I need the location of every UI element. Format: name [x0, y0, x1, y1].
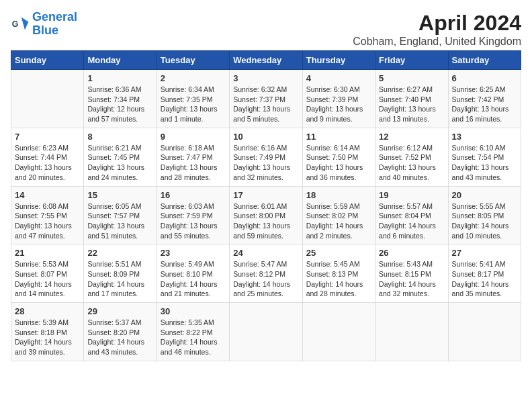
calendar-cell: 2Sunrise: 6:34 AMSunset: 7:35 PMDaylight… — [157, 70, 229, 128]
cell-info: Sunrise: 6:25 AMSunset: 7:42 PMDaylight:… — [452, 85, 517, 124]
day-number: 10 — [233, 132, 298, 142]
day-number: 3 — [233, 73, 298, 83]
svg-marker-1 — [21, 17, 29, 30]
calendar-cell: 7Sunrise: 6:23 AMSunset: 7:44 PMDaylight… — [11, 128, 84, 186]
calendar-cell — [230, 303, 302, 361]
day-number: 5 — [379, 73, 444, 83]
calendar-cell: 4Sunrise: 6:30 AMSunset: 7:39 PMDaylight… — [302, 70, 375, 128]
header-saturday: Saturday — [448, 51, 521, 70]
day-number: 6 — [452, 73, 517, 83]
calendar-cell: 18Sunrise: 5:59 AMSunset: 8:02 PMDayligh… — [302, 186, 375, 244]
cell-info: Sunrise: 6:34 AMSunset: 7:35 PMDaylight:… — [161, 85, 226, 124]
cell-info: Sunrise: 5:41 AMSunset: 8:17 PMDaylight:… — [452, 259, 517, 299]
cell-info: Sunrise: 5:53 AMSunset: 8:07 PMDaylight:… — [15, 259, 80, 299]
calendar-cell: 21Sunrise: 5:53 AMSunset: 8:07 PMDayligh… — [11, 244, 84, 303]
day-number: 11 — [306, 132, 371, 142]
title-block: April 2024 Cobham, England, United Kingd… — [353, 11, 521, 48]
cell-info: Sunrise: 5:57 AMSunset: 8:04 PMDaylight:… — [379, 201, 444, 241]
calendar-cell — [11, 70, 84, 128]
calendar-cell: 22Sunrise: 5:51 AMSunset: 8:09 PMDayligh… — [84, 244, 157, 303]
day-number: 28 — [15, 306, 80, 316]
calendar-week-3: 21Sunrise: 5:53 AMSunset: 8:07 PMDayligh… — [11, 244, 521, 303]
calendar-cell: 17Sunrise: 6:01 AMSunset: 8:00 PMDayligh… — [230, 186, 302, 244]
calendar-table: SundayMondayTuesdayWednesdayThursdayFrid… — [11, 50, 521, 361]
calendar-cell: 26Sunrise: 5:43 AMSunset: 8:15 PMDayligh… — [375, 244, 448, 303]
header-thursday: Thursday — [302, 51, 375, 70]
cell-info: Sunrise: 5:51 AMSunset: 8:09 PMDaylight:… — [87, 259, 152, 299]
day-number: 16 — [161, 190, 226, 200]
svg-text:G: G — [12, 19, 19, 28]
calendar-header-row: SundayMondayTuesdayWednesdayThursdayFrid… — [11, 51, 521, 70]
calendar-cell: 5Sunrise: 6:27 AMSunset: 7:40 PMDaylight… — [375, 70, 448, 128]
calendar-cell: 6Sunrise: 6:25 AMSunset: 7:42 PMDaylight… — [448, 70, 521, 128]
cell-info: Sunrise: 6:27 AMSunset: 7:40 PMDaylight:… — [379, 85, 444, 124]
day-number: 12 — [379, 132, 444, 142]
day-number: 27 — [452, 248, 517, 258]
cell-info: Sunrise: 5:43 AMSunset: 8:15 PMDaylight:… — [379, 259, 444, 299]
day-number: 20 — [452, 190, 517, 200]
cell-info: Sunrise: 6:23 AMSunset: 7:44 PMDaylight:… — [15, 143, 80, 183]
cell-info: Sunrise: 6:08 AMSunset: 7:55 PMDaylight:… — [15, 201, 80, 241]
page-header: G General Blue April 2024 Cobham, Englan… — [11, 11, 521, 48]
day-number: 21 — [15, 248, 80, 258]
cell-info: Sunrise: 6:01 AMSunset: 8:00 PMDaylight:… — [233, 201, 298, 241]
cell-info: Sunrise: 5:55 AMSunset: 8:05 PMDaylight:… — [452, 201, 517, 241]
day-number: 25 — [306, 248, 371, 258]
cell-info: Sunrise: 6:36 AMSunset: 7:34 PMDaylight:… — [87, 85, 152, 124]
calendar-cell: 10Sunrise: 6:16 AMSunset: 7:49 PMDayligh… — [230, 128, 302, 186]
cell-info: Sunrise: 6:21 AMSunset: 7:45 PMDaylight:… — [87, 143, 152, 183]
calendar-cell: 14Sunrise: 6:08 AMSunset: 7:55 PMDayligh… — [11, 186, 84, 244]
day-number: 14 — [15, 190, 80, 200]
day-number: 7 — [15, 132, 80, 142]
day-number: 9 — [161, 132, 226, 142]
calendar-week-1: 7Sunrise: 6:23 AMSunset: 7:44 PMDaylight… — [11, 128, 521, 186]
cell-info: Sunrise: 6:10 AMSunset: 7:54 PMDaylight:… — [452, 143, 517, 183]
cell-info: Sunrise: 5:39 AMSunset: 8:18 PMDaylight:… — [15, 318, 80, 357]
calendar-cell: 1Sunrise: 6:36 AMSunset: 7:34 PMDaylight… — [84, 70, 157, 128]
calendar-cell — [448, 303, 521, 361]
day-number: 30 — [161, 306, 226, 316]
header-sunday: Sunday — [11, 51, 84, 70]
calendar-cell: 19Sunrise: 5:57 AMSunset: 8:04 PMDayligh… — [375, 186, 448, 244]
day-number: 2 — [161, 73, 226, 83]
day-number: 1 — [87, 73, 152, 83]
header-monday: Monday — [84, 51, 157, 70]
calendar-cell: 15Sunrise: 6:05 AMSunset: 7:57 PMDayligh… — [84, 186, 157, 244]
calendar-cell: 16Sunrise: 6:03 AMSunset: 7:59 PMDayligh… — [157, 186, 229, 244]
day-number: 22 — [87, 248, 152, 258]
cell-info: Sunrise: 5:37 AMSunset: 8:20 PMDaylight:… — [87, 318, 152, 357]
day-number: 19 — [379, 190, 444, 200]
day-number: 23 — [161, 248, 226, 258]
day-number: 8 — [87, 132, 152, 142]
subtitle: Cobham, England, United Kingdom — [353, 36, 521, 48]
cell-info: Sunrise: 5:49 AMSunset: 8:10 PMDaylight:… — [161, 259, 226, 299]
logo-text: General Blue — [32, 11, 77, 38]
calendar-cell: 28Sunrise: 5:39 AMSunset: 8:18 PMDayligh… — [11, 303, 84, 361]
cell-info: Sunrise: 5:47 AMSunset: 8:12 PMDaylight:… — [233, 259, 298, 299]
calendar-cell: 8Sunrise: 6:21 AMSunset: 7:45 PMDaylight… — [84, 128, 157, 186]
calendar-cell: 12Sunrise: 6:12 AMSunset: 7:52 PMDayligh… — [375, 128, 448, 186]
day-number: 4 — [306, 73, 371, 83]
day-number: 24 — [233, 248, 298, 258]
calendar-cell: 27Sunrise: 5:41 AMSunset: 8:17 PMDayligh… — [448, 244, 521, 303]
cell-info: Sunrise: 6:05 AMSunset: 7:57 PMDaylight:… — [87, 201, 152, 241]
calendar-cell: 20Sunrise: 5:55 AMSunset: 8:05 PMDayligh… — [448, 186, 521, 244]
calendar-cell: 13Sunrise: 6:10 AMSunset: 7:54 PMDayligh… — [448, 128, 521, 186]
cell-info: Sunrise: 6:30 AMSunset: 7:39 PMDaylight:… — [306, 85, 371, 124]
day-number: 26 — [379, 248, 444, 258]
cell-info: Sunrise: 6:12 AMSunset: 7:52 PMDaylight:… — [379, 143, 444, 183]
cell-info: Sunrise: 6:14 AMSunset: 7:50 PMDaylight:… — [306, 143, 371, 183]
day-number: 17 — [233, 190, 298, 200]
cell-info: Sunrise: 6:32 AMSunset: 7:37 PMDaylight:… — [233, 85, 298, 124]
calendar-cell: 3Sunrise: 6:32 AMSunset: 7:37 PMDaylight… — [230, 70, 302, 128]
calendar-cell — [375, 303, 448, 361]
calendar-cell: 29Sunrise: 5:37 AMSunset: 8:20 PMDayligh… — [84, 303, 157, 361]
logo: G General Blue — [11, 11, 77, 38]
calendar-cell: 11Sunrise: 6:14 AMSunset: 7:50 PMDayligh… — [302, 128, 375, 186]
main-title: April 2024 — [353, 11, 521, 36]
day-number: 15 — [87, 190, 152, 200]
cell-info: Sunrise: 5:45 AMSunset: 8:13 PMDaylight:… — [306, 259, 371, 299]
cell-info: Sunrise: 6:18 AMSunset: 7:47 PMDaylight:… — [161, 143, 226, 183]
calendar-cell: 30Sunrise: 5:35 AMSunset: 8:22 PMDayligh… — [157, 303, 229, 361]
day-number: 13 — [452, 132, 517, 142]
